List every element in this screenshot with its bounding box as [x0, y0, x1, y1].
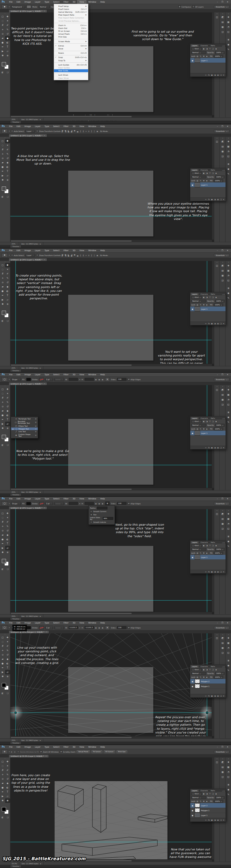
layers-panel-tab-channels[interactable]: Channels: [199, 417, 209, 420]
collapse-panels-icon[interactable]: «: [228, 12, 229, 15]
new-layer-icon[interactable]: ❏: [220, 819, 222, 821]
history-brush-tool[interactable]: ↺: [5, 404, 10, 409]
adjustments-panel-icon[interactable]: ◩: [220, 388, 226, 392]
swatches-panel-icon[interactable]: ▦: [220, 770, 226, 774]
layers-panel-tab-channels[interactable]: Channels: [199, 293, 209, 295]
menu-type[interactable]: Type: [42, 745, 51, 749]
eraser-tool[interactable]: ▰: [0, 781, 5, 785]
menu-item-rulers[interactable]: RulersCtrl+R: [54, 52, 88, 55]
link-layers-icon[interactable]: ∞: [205, 819, 206, 821]
status-flyout-arrow-icon[interactable]: ▸: [40, 739, 41, 741]
tool-preset-caret[interactable]: ▾: [9, 502, 10, 504]
adjustment-layer-icon[interactable]: ◑: [214, 446, 216, 448]
layers-panel-tab-layers[interactable]: Layers: [190, 44, 199, 47]
menu-help[interactable]: Help: [98, 497, 107, 500]
layer-group-icon[interactable]: ▤: [217, 571, 219, 573]
clone-stamp-tool[interactable]: ⊙: [0, 404, 5, 409]
fill-source-select[interactable]: Foreground⌄: [11, 5, 25, 8]
histogram-panel-icon[interactable]: ▦: [226, 517, 231, 521]
rounded-rectangle-tool-item[interactable]: ▢Rounded Rectangle ToolU: [11, 420, 38, 425]
layer-visibility-icon[interactable]: ●: [191, 59, 194, 61]
scrollbar-thumb[interactable]: [11, 489, 132, 490]
menu-select[interactable]: Select: [51, 373, 61, 376]
blur-tool[interactable]: ●: [0, 785, 5, 790]
menu-item-zoom-out[interactable]: Zoom OutCtrl+-: [54, 27, 88, 29]
magic-wand-tool[interactable]: ✶: [5, 640, 10, 644]
eyedropper-tool[interactable]: ✐: [5, 520, 10, 524]
lock-icons[interactable]: ▨ ✎ ✚ ▪: [197, 676, 208, 678]
eyedropper-tool[interactable]: ✐: [5, 272, 10, 276]
timeline-tab[interactable]: Timeline: [10, 493, 21, 496]
paint-bucket-tool[interactable]: ◆: [5, 657, 10, 661]
menu-image[interactable]: Image: [23, 373, 33, 376]
zoom-tool[interactable]: ⊕: [5, 178, 10, 182]
channels-panel-icon[interactable]: ◉: [226, 787, 231, 792]
toolbar-collapse-handle[interactable]: ⋯: [0, 385, 10, 387]
new-layer-icon[interactable]: ❏: [220, 571, 222, 573]
blend-mode-select[interactable]: Normal⌄: [191, 424, 206, 427]
color-panel-icon[interactable]: ❖: [226, 388, 231, 392]
collapse-panels-icon[interactable]: «: [228, 261, 229, 263]
menu-layer[interactable]: Layer: [33, 745, 43, 749]
layers-panel-tab-channels[interactable]: Channels: [199, 169, 209, 171]
healing-brush-tool[interactable]: +: [0, 648, 5, 653]
tool-preset-caret[interactable]: ▾: [9, 130, 10, 132]
history-brush-tool[interactable]: ↺: [5, 777, 10, 781]
mini-bridge-panel-icon[interactable]: ◫: [214, 263, 220, 268]
workspace-switcher[interactable]: Essentials⌄: [214, 130, 230, 133]
menu-layer[interactable]: Layer: [33, 621, 43, 625]
channels-panel-icon[interactable]: ◉: [226, 663, 231, 668]
brush-tool[interactable]: ✎: [5, 772, 10, 777]
horizontal-scrollbar[interactable]: [10, 736, 212, 738]
rectangle-tool-item[interactable]: ▭Rectangle ToolU: [11, 417, 38, 420]
menu-image[interactable]: Image: [23, 497, 33, 500]
magic-wand-tool[interactable]: ✶: [5, 267, 10, 272]
quick-mask-button[interactable]: ◧: [2, 71, 4, 73]
eyedropper-tool[interactable]: ✐: [5, 768, 10, 772]
menu-view[interactable]: View: [77, 621, 86, 625]
shape-tool-icon[interactable]: ◯: [1, 377, 8, 382]
fill-select[interactable]: 100%⌄: [214, 303, 223, 306]
brush-tool[interactable]: ✎: [5, 152, 10, 156]
paths-panel-icon[interactable]: ✎: [226, 420, 231, 425]
menu-filter[interactable]: Filter: [61, 621, 70, 625]
restore-button[interactable]: ❐: [222, 622, 223, 624]
menu-type[interactable]: Type: [42, 497, 51, 500]
layers-panel-icon[interactable]: ≣: [226, 782, 231, 787]
blend-mode-select[interactable]: Normal⌄: [191, 176, 206, 178]
blend-mode-select[interactable]: Normal⌄: [191, 672, 206, 675]
width-field[interactable]: [69, 502, 78, 505]
collapse-panels-icon[interactable]: «: [222, 261, 223, 263]
magic-wand-tool[interactable]: ✶: [5, 392, 10, 396]
stroke-width-select[interactable]: 3 pt⌄: [45, 502, 53, 505]
lasso-tool[interactable]: ◌: [0, 143, 5, 148]
color-panel-icon[interactable]: ❖: [226, 636, 231, 641]
link-layers-icon[interactable]: ∞: [205, 695, 206, 697]
pen-tool[interactable]: ✒: [0, 665, 5, 670]
menu-type[interactable]: Type: [42, 249, 51, 252]
collapse-panels-icon[interactable]: «: [216, 385, 218, 388]
color-panel-icon[interactable]: ❖: [226, 760, 231, 765]
paint-bucket-tool[interactable]: ◆: [5, 36, 10, 40]
clone-stamp-tool[interactable]: ⊙: [0, 156, 5, 160]
stroke-width-select[interactable]: 3 pt⌄: [45, 378, 53, 381]
eyedropper-tool[interactable]: ✐: [5, 148, 10, 152]
new-layer-icon[interactable]: ❏: [220, 695, 222, 697]
channels-panel-icon[interactable]: ◉: [226, 291, 231, 296]
type-tool[interactable]: T: [5, 293, 10, 298]
navigator-panel-icon[interactable]: ◔: [226, 397, 231, 402]
toolbar-collapse-handle[interactable]: ⋯: [0, 261, 10, 263]
layer-filter-kind-select[interactable]: ◌Kind⌄: [191, 793, 202, 795]
clone-stamp-tool[interactable]: ⊙: [0, 653, 5, 657]
layer-row[interactable]: ●Layer 1: [190, 813, 226, 818]
channels-panel-icon[interactable]: ◉: [226, 539, 231, 544]
layer-filter-icons[interactable]: ▣ ◑ T ❏ ◆: [203, 420, 218, 422]
timeline-tab[interactable]: Timeline: [10, 245, 21, 248]
clone-source-panel-icon[interactable]: ◱: [226, 650, 231, 655]
tool-preset-caret[interactable]: ▾: [9, 627, 10, 628]
paint-bucket-tool-icon[interactable]: ◆: [1, 5, 8, 9]
zoom-level-field[interactable]: 25%: [11, 615, 17, 617]
collapse-panels-icon[interactable]: «: [228, 757, 229, 760]
type-tool[interactable]: T: [5, 790, 10, 794]
history-brush-tool[interactable]: ↺: [5, 156, 10, 160]
